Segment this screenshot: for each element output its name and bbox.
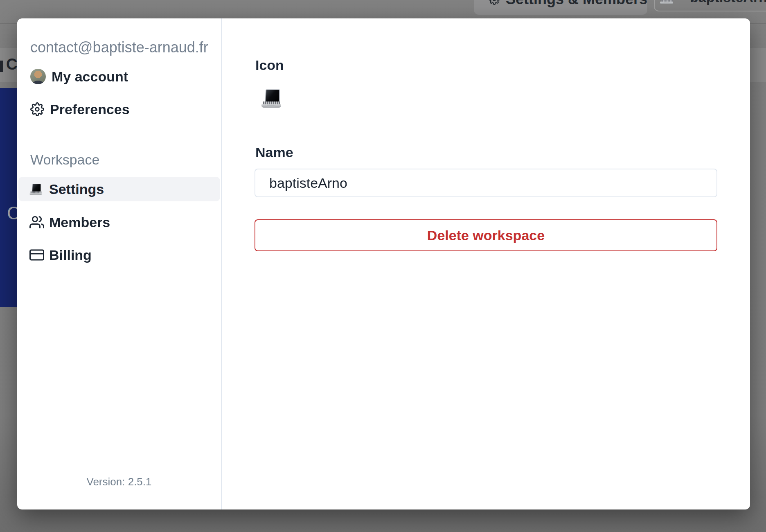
gear-icon — [489, 0, 500, 6]
app-version: Version: 2.5.1 — [17, 476, 221, 488]
workspace-menu-label: baptisteArno — [690, 0, 766, 5]
settings-members-button[interactable]: Settings & Members — [474, 0, 647, 15]
sidebar-item-label: Members — [49, 214, 110, 230]
laptop-emoji-icon — [29, 183, 40, 196]
settings-members-label: Settings & Members — [506, 0, 647, 8]
sidebar-item-label: My account — [52, 69, 128, 85]
credit-card-icon — [29, 248, 44, 262]
screen: Cr C Settings & Members baptisteArno con… — [0, 0, 766, 532]
settings-sidebar: contact@baptiste-arnaud.fr My account Pr… — [17, 18, 222, 509]
laptop-emoji-icon — [261, 88, 282, 108]
sidebar-item-members[interactable]: Members — [18, 210, 220, 234]
sidebar-item-my-account[interactable]: My account — [30, 67, 128, 86]
workspace-name-input[interactable] — [255, 169, 717, 197]
name-section-label: Name — [255, 144, 293, 160]
sidebar-item-settings[interactable]: Settings — [18, 177, 220, 201]
background-clipped-icon — [0, 61, 3, 72]
workspace-settings-modal: contact@baptiste-arnaud.fr My account Pr… — [17, 18, 750, 509]
workspace-menu-button[interactable]: baptisteArno — [654, 0, 766, 11]
sidebar-item-label: Preferences — [50, 101, 130, 117]
sidebar-item-label: Settings — [49, 181, 104, 197]
user-avatar — [30, 69, 46, 84]
laptop-emoji-icon — [660, 0, 674, 4]
delete-workspace-button[interactable]: Delete workspace — [255, 219, 717, 251]
workspace-settings-content: Icon Name Delete workspace — [255, 18, 717, 509]
sidebar-item-billing[interactable]: Billing — [18, 243, 220, 267]
users-icon — [29, 215, 44, 230]
workspace-section-label: Workspace — [30, 152, 99, 168]
sidebar-item-label: Billing — [49, 247, 92, 263]
icon-section-label: Icon — [255, 57, 284, 73]
sidebar-item-preferences[interactable]: Preferences — [30, 99, 130, 119]
account-email: contact@baptiste-arnaud.fr — [30, 39, 208, 56]
workspace-icon-button[interactable] — [260, 87, 282, 109]
gear-icon — [30, 102, 44, 116]
